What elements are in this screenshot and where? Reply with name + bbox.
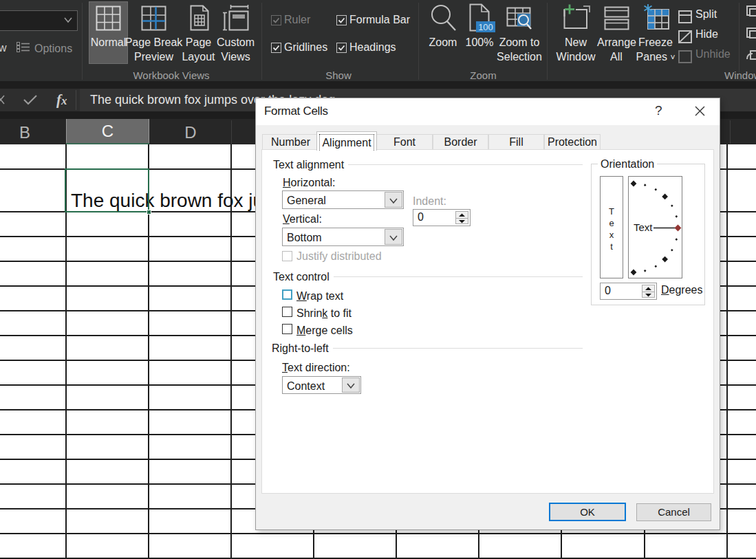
svg-text:Text: Text (634, 221, 653, 233)
svg-text:100: 100 (478, 22, 493, 32)
